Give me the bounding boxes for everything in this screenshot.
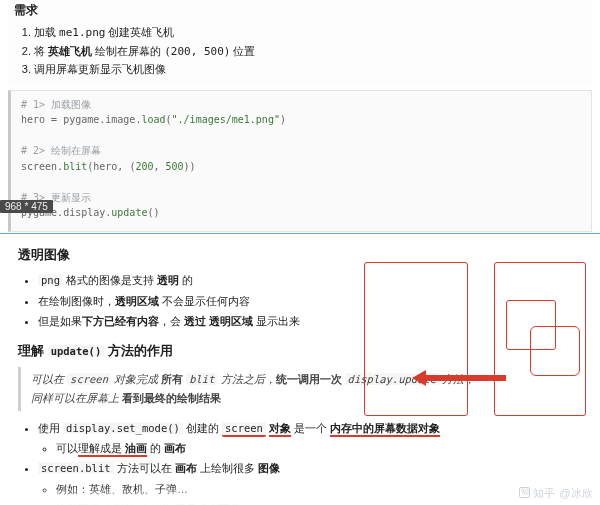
req-item-2: 将 英雄飞机 绘制在屏幕的 (200, 500) 位置: [34, 43, 592, 61]
transparent-bullets: png 格式的图像是支持 透明 的 在绘制图像时，透明区域 不会显示任何内容 但…: [18, 271, 582, 330]
requirements-list: 加载 me1.png 创建英雄飞机 将 英雄飞机 绘制在屏幕的 (200, 50…: [8, 24, 592, 86]
requirements-title: 需求: [8, 0, 592, 23]
heading-update: 理解 update() 方法的作用: [18, 340, 582, 361]
t-bullet-2: 在绘制图像时，透明区域 不会显示任何内容: [38, 292, 582, 310]
zhihu-icon: [519, 487, 530, 498]
watermark: 知乎 @冰欣: [519, 486, 594, 501]
footer-fade: [0, 487, 600, 505]
req-item-1: 加载 me1.png 创建英雄飞机: [34, 24, 592, 42]
requirements-card: 需求 加载 me1.png 创建英雄飞机 将 英雄飞机 绘制在屏幕的 (200,…: [8, 0, 592, 86]
req-item-3: 调用屏幕更新显示飞机图像: [34, 61, 592, 79]
u-sub-1: 可以理解成是 油画 的 画布: [38, 439, 582, 457]
u-bullet-1: 使用 display.set_mode() 创建的 screen 对象 是一个 …: [38, 419, 582, 457]
page-root: 需求 加载 me1.png 创建英雄飞机 将 英雄飞机 绘制在屏幕的 (200,…: [0, 0, 600, 505]
u-sub-1a: 可以理解成是 油画 的 画布: [56, 439, 582, 457]
t-bullet-1: png 格式的图像是支持 透明 的: [38, 271, 582, 289]
section-divider: [0, 233, 600, 234]
blockquote: 可以在 screen 对象完成 所有 blit 方法之后，统一调用一次 disp…: [18, 367, 582, 411]
heading-transparent: 透明图像: [18, 244, 582, 265]
code-block: # 1> 加载图像 hero = pygame.image.load("./im…: [8, 90, 592, 232]
t-bullet-3: 但是如果下方已经有内容，会 透过 透明区域 显示出来: [38, 312, 582, 330]
image-size-badge: 968 * 475: [0, 200, 53, 213]
article-body: 透明图像 png 格式的图像是支持 透明 的 在绘制图像时，透明区域 不会显示任…: [0, 238, 600, 505]
